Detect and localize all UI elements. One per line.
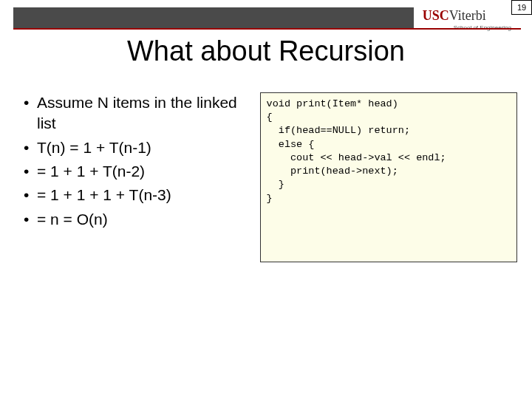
bullet-item: = 1 + 1 + T(n-2) bbox=[22, 161, 260, 182]
logo-viterbi: Viterbi bbox=[449, 8, 486, 23]
divider bbox=[13, 28, 521, 30]
bullet-item: = 1 + 1 + 1 + T(n-3) bbox=[22, 185, 260, 205]
content-area: Assume N items in the linked list T(n) =… bbox=[22, 92, 517, 262]
bullet-list: Assume N items in the linked list T(n) =… bbox=[22, 92, 260, 262]
page-number: 19 bbox=[511, 0, 532, 15]
bullet-item: Assume N items in the linked list bbox=[22, 92, 260, 134]
slide-title: What about Recursion bbox=[0, 35, 532, 67]
code-block: void print(Item* head) { if(head==NULL) … bbox=[260, 92, 517, 262]
logo-usc: USC bbox=[423, 8, 449, 23]
bullet-item: = n = O(n) bbox=[22, 209, 260, 230]
header-bar bbox=[13, 7, 414, 28]
bullet-item: T(n) = 1 + T(n-1) bbox=[22, 137, 260, 158]
